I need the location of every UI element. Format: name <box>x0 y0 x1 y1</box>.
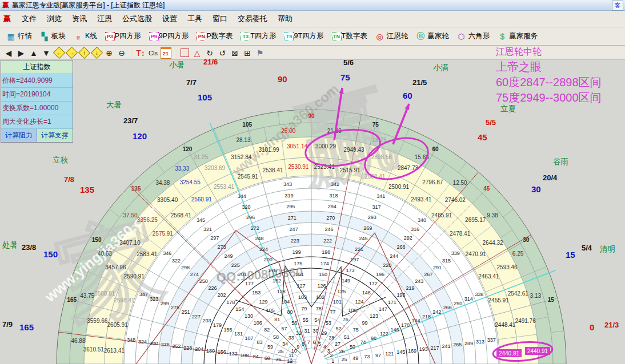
delete-box-button[interactable]: ⊠ <box>229 47 241 59</box>
spiral-number: 344 <box>238 193 246 199</box>
menu-item-设置[interactable]: 设置 <box>157 13 182 25</box>
toolbar-button-赢家轮[interactable]: Ⓑ赢家轮 <box>414 30 451 42</box>
toolbar-button-T数字表[interactable]: TNT数字表 <box>330 30 370 42</box>
outer-date-label: 23/7 <box>123 116 138 125</box>
menu-item-帮助[interactable]: 帮助 <box>273 13 298 25</box>
degree-label: 105 <box>242 122 252 128</box>
toolbar-button-行情[interactable]: ▦行情 <box>4 30 34 42</box>
spiral-number: 106 <box>254 320 262 326</box>
spiral-number: 294 <box>328 204 336 209</box>
pin-board-button[interactable]: ⚑ <box>254 47 266 59</box>
zoom-out-button[interactable]: ⊖ <box>116 47 127 59</box>
window-title: 赢家江恩专业版[赢家服务平台] - [上证指数 江恩轮] <box>12 1 165 10</box>
menu-item-工具[interactable]: 工具 <box>182 13 207 25</box>
percent-label: 40.63 <box>98 250 112 257</box>
price-label: 3101.99 <box>258 147 279 153</box>
spiral-number: 198 <box>322 249 330 255</box>
dia-down-button[interactable]: ↓ <box>91 47 102 59</box>
spiral-number: 295 <box>286 204 295 209</box>
outer-angle-label: 60 <box>403 91 412 100</box>
toolbar-button-板块[interactable]: ▚板块 <box>38 30 68 42</box>
spiral-number: 341 <box>376 193 385 199</box>
toolbar-button-P数字表[interactable]: PNP数字表 <box>194 30 235 42</box>
calendar-button[interactable]: 21 <box>160 47 171 59</box>
spiral-number: 154 <box>235 306 244 312</box>
spiral-number: 195 <box>397 292 406 298</box>
spiral-number: 270 <box>326 215 335 221</box>
menu-item-交易委托[interactable]: 交易委托 <box>233 13 273 25</box>
spiral-number: 125 <box>337 289 346 294</box>
spiral-number: 276 <box>161 342 170 347</box>
toolbar-button-六角形[interactable]: ⬡六角形 <box>455 30 492 42</box>
spiral-number: 250 <box>199 278 208 284</box>
spiral-number: 33 <box>289 335 294 341</box>
spiral-number: 32 <box>296 330 302 336</box>
dia-up-button[interactable]: ↑ <box>78 47 90 59</box>
price-label: 2485.91 <box>431 212 452 219</box>
step-row: 周天变化步长=1 <box>1 115 73 129</box>
percent-label: 34.38 <box>155 180 170 186</box>
spiral-number: 128 <box>277 289 286 294</box>
updown-marker-button[interactable]: T↕ <box>135 47 146 59</box>
toolbar-button-9P四方形[interactable]: P99P四方形 <box>147 30 191 42</box>
pan-right-button[interactable]: ▶ <box>15 47 27 59</box>
percent-label: 25.00 <box>281 128 295 134</box>
menu-item-浏览[interactable]: 浏览 <box>42 13 67 25</box>
spiral-number: 177 <box>245 281 254 286</box>
pan-left-button[interactable]: ◀ <box>3 47 14 59</box>
spiral-number: 228 <box>183 345 192 351</box>
price-label: 2593.46 <box>497 264 518 270</box>
draw-triangle-button[interactable]: △ <box>191 47 203 59</box>
rotate-ccw-button[interactable]: ↺ <box>217 47 228 59</box>
spiral-number: 153 <box>252 290 261 296</box>
spiral-number: 345 <box>197 217 205 223</box>
dia-right-button[interactable]: → <box>66 47 77 59</box>
spiral-number: 49 <box>352 355 358 361</box>
fit-view-button[interactable]: ⊞ <box>242 47 253 59</box>
outer-term-label: 处暑 <box>2 241 18 249</box>
spiral-number: 52 <box>335 326 341 331</box>
menu-item-公式选股[interactable]: 公式选股 <box>117 13 157 25</box>
rotate-down-button[interactable]: ▼ <box>41 47 52 59</box>
spiral-number: 298 <box>181 265 190 270</box>
spiral-number: 342 <box>331 181 339 187</box>
service-chrome-button[interactable]: 客 <box>612 1 623 11</box>
spiral-number: 82 <box>264 327 270 333</box>
menu-item-窗口[interactable]: 窗口 <box>207 13 233 25</box>
toolbar-button-T四方形[interactable]: T3T四方形 <box>238 30 278 42</box>
cls-button[interactable]: Cls <box>147 47 159 59</box>
toolbar-button-9T四方形[interactable]: T99T四方形 <box>282 30 326 42</box>
price-label: 3254.55 <box>180 179 201 185</box>
spiral-number: 174 <box>320 261 329 266</box>
spiral-number: 314 <box>464 296 473 302</box>
calc-support-button[interactable]: 计算支撑 <box>37 129 73 142</box>
draw-rect-button[interactable] <box>179 47 190 59</box>
outer-angle-label: 45 <box>478 132 487 142</box>
calc-resistance-button[interactable]: 计算阻力 <box>1 129 37 142</box>
dia-left-button[interactable]: ← <box>53 47 65 59</box>
spiral-number: 251 <box>182 309 190 315</box>
spiral-number: 245 <box>359 236 368 241</box>
spiral-number: 75 <box>353 327 359 333</box>
price-label: 2463.41 <box>478 273 499 280</box>
toolbar-button-K线[interactable]: ߾K线 <box>71 30 99 42</box>
spiral-number: 199 <box>293 249 301 255</box>
toolbar-button-江恩轮[interactable]: ◎江恩轮 <box>373 30 411 42</box>
menu-item-江恩[interactable]: 江恩 <box>92 13 117 25</box>
toolbar-button-赢家服务[interactable]: $赢家服务 <box>495 30 540 42</box>
price-label: 3203.69 <box>205 165 226 171</box>
spiral-number: 244 <box>390 253 398 259</box>
outer-angle-label: 90 <box>278 74 287 84</box>
spiral-number: 130 <box>245 313 253 319</box>
rotate-up-button[interactable]: ▲ <box>28 47 39 59</box>
rotate-cw-button[interactable]: ↻ <box>204 47 215 59</box>
spiral-number: 296 <box>246 215 255 220</box>
kline-icon: ߾ <box>74 32 83 41</box>
menu-item-资讯[interactable]: 资讯 <box>67 13 92 25</box>
menu-item-文件[interactable]: 文件 <box>17 13 42 25</box>
zoom-in-button[interactable]: ⊕ <box>103 47 115 59</box>
toolbar-button-P四方形[interactable]: P3P四方形 <box>103 30 143 42</box>
toolbar-separator <box>175 48 175 58</box>
spiral-number: 28 <box>328 335 334 341</box>
percent-label: 28.13 <box>236 137 250 143</box>
